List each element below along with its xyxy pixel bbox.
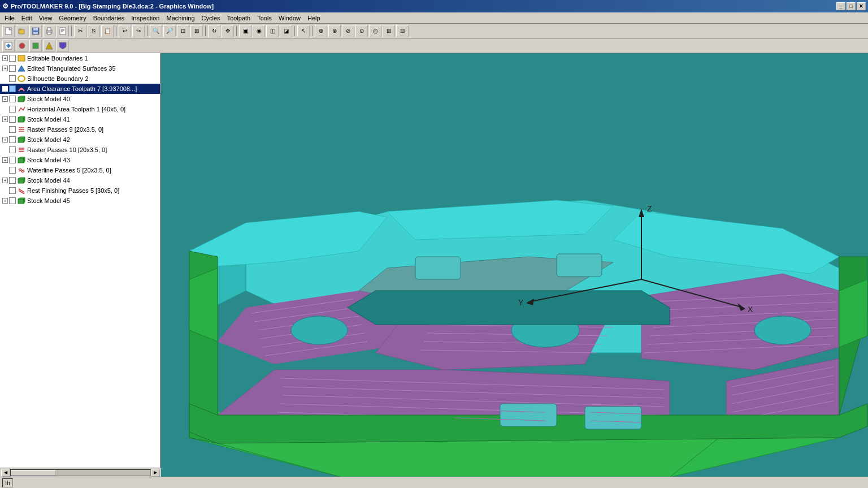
paste-button[interactable]: 📋	[101, 25, 114, 37]
tree-item-12[interactable]: Waterline Passes 5 [20x3.5, 0]	[0, 165, 160, 175]
expand-9[interactable]: +	[2, 137, 8, 142]
menu-tools[interactable]: Tools	[254, 14, 275, 23]
menu-boundaries[interactable]: Boundaries	[90, 14, 128, 23]
tree-item-8[interactable]: Raster Passes 9 [20x3.5, 0]	[0, 124, 160, 135]
tree-item-15[interactable]: + Stock Model 45	[0, 196, 160, 206]
tree-item-6[interactable]: Horizontal Area Toolpath 1 [40x5, 0]	[0, 104, 160, 114]
preview-button[interactable]	[57, 25, 69, 37]
minimize-button[interactable]: _	[836, 2, 845, 10]
redo-button[interactable]: ↪	[132, 25, 145, 37]
menu-file[interactable]: File	[1, 14, 18, 23]
expand-15[interactable]: +	[2, 198, 8, 204]
expand-7[interactable]: +	[2, 116, 8, 122]
check-15[interactable]	[9, 197, 16, 204]
close-button[interactable]: ✕	[857, 2, 866, 10]
open-button[interactable]	[16, 25, 28, 37]
check-11[interactable]	[9, 157, 16, 163]
expand-1[interactable]: +	[2, 55, 8, 61]
expand-5[interactable]: +	[2, 96, 8, 102]
viewport[interactable]: Z X Y	[161, 53, 868, 477]
check-1[interactable]	[9, 55, 16, 62]
menu-inspection[interactable]: Inspection	[128, 14, 163, 23]
menu-cycles[interactable]: Cycles	[198, 14, 224, 23]
zoom-window-button[interactable]: ⊞	[190, 25, 203, 37]
check-13[interactable]	[9, 177, 16, 184]
save-button[interactable]	[29, 25, 42, 37]
check-12[interactable]	[9, 167, 16, 174]
tb2-btn3[interactable]	[29, 40, 42, 52]
tree-item-9[interactable]: + Stock Model 42	[0, 135, 160, 145]
tree-item-4[interactable]: + Area Clearance Toolpath 7 [3.937008...…	[0, 84, 160, 94]
shaded-button[interactable]: ◉	[253, 25, 265, 37]
undo-button[interactable]: ↩	[119, 25, 131, 37]
stock-icon-11	[17, 156, 26, 164]
tb2-btn2[interactable]	[16, 40, 28, 52]
menu-edit[interactable]: Edit	[18, 14, 36, 23]
print-button[interactable]	[43, 25, 55, 37]
menu-window[interactable]: Window	[275, 14, 304, 23]
scroll-thumb[interactable]	[11, 470, 56, 476]
rotate-button[interactable]: ↻	[208, 25, 220, 37]
zoom-in-button[interactable]: 🔍	[150, 25, 162, 37]
toolpath-icon-12	[17, 166, 26, 174]
cut-button[interactable]: ✂	[74, 25, 86, 37]
tree-item-10[interactable]: Raster Passes 10 [20x3.5, 0]	[0, 145, 160, 155]
tb2-btn5[interactable]	[57, 40, 69, 52]
toolpath-icon-6	[17, 105, 26, 113]
tree-item-7[interactable]: + Stock Model 41	[0, 114, 160, 124]
check-2[interactable]	[9, 65, 16, 72]
expand-2[interactable]: +	[2, 66, 8, 71]
tree-scrollbar[interactable]: ◀ ▶	[0, 468, 161, 477]
check-4[interactable]	[9, 85, 16, 92]
tree-item-1[interactable]: + Editable Boundaries 1	[0, 53, 160, 63]
expand-4[interactable]: +	[2, 86, 8, 92]
check-3[interactable]	[9, 75, 16, 82]
extra4-button[interactable]: ⊙	[355, 25, 368, 37]
maximize-button[interactable]: □	[847, 2, 856, 10]
expand-11[interactable]: +	[2, 157, 8, 163]
extra3-button[interactable]: ⊘	[342, 25, 354, 37]
tb2-btn1[interactable]	[2, 40, 15, 52]
hidden-line-button[interactable]: ◫	[266, 25, 279, 37]
pan-button[interactable]: ✥	[222, 25, 234, 37]
tb2-btn4[interactable]	[43, 40, 55, 52]
title-bar-text: Pro/TOOLMAKER 9.0 - [Big Stamping Die3.d…	[11, 3, 214, 10]
check-14[interactable]	[9, 187, 16, 194]
extra2-button[interactable]: ⊗	[328, 25, 341, 37]
select-button[interactable]: ↖	[297, 25, 310, 37]
check-9[interactable]	[9, 136, 16, 143]
scroll-left[interactable]: ◀	[1, 469, 10, 477]
tree-item-11[interactable]: + Stock Model 43	[0, 155, 160, 165]
title-bar-controls[interactable]: _ □ ✕	[836, 2, 866, 10]
menu-geometry[interactable]: Geometry	[55, 14, 89, 23]
check-6[interactable]	[9, 106, 16, 113]
check-5[interactable]	[9, 96, 16, 102]
scroll-right[interactable]: ▶	[151, 469, 160, 477]
zoom-fit-button[interactable]: ⊡	[177, 25, 189, 37]
check-7[interactable]	[9, 116, 16, 123]
extra6-button[interactable]: ⊞	[383, 25, 395, 37]
tree-item-3[interactable]: Silhouette Boundary 2	[0, 74, 160, 84]
scroll-track[interactable]	[10, 469, 151, 476]
main-content: + Editable Boundaries 1 + Edited Triangu…	[0, 53, 868, 477]
zoom-out-button[interactable]: 🔎	[163, 25, 176, 37]
extra7-button[interactable]: ⊟	[396, 25, 409, 37]
tree-item-14[interactable]: Rest Finishing Passes 5 [30x5, 0]	[0, 185, 160, 196]
menu-help[interactable]: Help	[304, 14, 324, 23]
expand-13[interactable]: +	[2, 178, 8, 183]
menu-toolpath[interactable]: Toolpath	[224, 14, 254, 23]
tree-item-13[interactable]: + Stock Model 44	[0, 175, 160, 185]
menu-machining[interactable]: Machining	[163, 14, 198, 23]
new-button[interactable]	[2, 25, 15, 37]
extra1-button[interactable]: ⊕	[315, 25, 327, 37]
tree-item-2[interactable]: + Edited Triangulated Surfaces 35	[0, 63, 160, 74]
tree-item-5[interactable]: + Stock Model 40	[0, 94, 160, 104]
menu-view[interactable]: View	[36, 14, 56, 23]
copy-button[interactable]: ⎘	[88, 25, 100, 37]
check-10[interactable]	[9, 146, 16, 153]
shaded-edges-button[interactable]: ◪	[280, 25, 292, 37]
extra5-button[interactable]: ◎	[369, 25, 381, 37]
check-8[interactable]	[9, 126, 16, 133]
wireframe-button[interactable]: ▣	[239, 25, 251, 37]
svg-point-95	[291, 316, 348, 344]
